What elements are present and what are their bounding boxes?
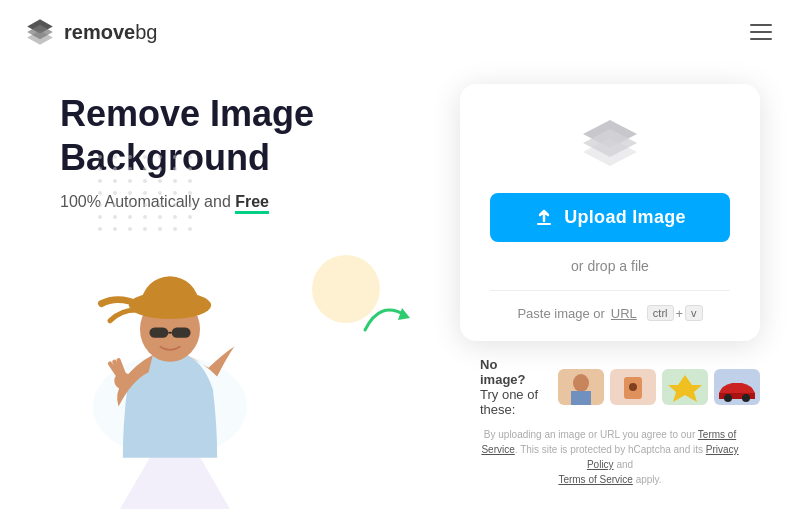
svg-point-51 xyxy=(188,227,192,231)
svg-point-13 xyxy=(143,167,147,171)
svg-point-12 xyxy=(128,167,132,171)
svg-point-38 xyxy=(98,215,102,219)
sample-thumbnails xyxy=(558,369,760,405)
kbd-plus: + xyxy=(676,306,684,321)
svg-point-25 xyxy=(113,191,117,195)
svg-point-19 xyxy=(128,179,132,183)
svg-point-48 xyxy=(143,227,147,231)
svg-point-37 xyxy=(188,203,192,207)
samples-label: No image? Try one of these: xyxy=(480,357,546,417)
upload-icon xyxy=(534,208,554,228)
svg-point-23 xyxy=(188,179,192,183)
svg-point-45 xyxy=(98,227,102,231)
keyboard-shortcut: ctrl + v xyxy=(647,305,703,321)
svg-point-46 xyxy=(113,227,117,231)
svg-point-6 xyxy=(143,155,147,159)
svg-point-75 xyxy=(742,394,750,402)
svg-point-20 xyxy=(143,179,147,183)
svg-point-10 xyxy=(98,167,102,171)
kbd-v: v xyxy=(685,305,703,321)
main-content: Remove Image Background 100% Automatical… xyxy=(0,64,800,487)
svg-point-9 xyxy=(188,155,192,159)
svg-point-31 xyxy=(98,203,102,207)
svg-point-27 xyxy=(143,191,147,195)
logo[interactable]: removebg xyxy=(24,16,157,48)
hamburger-menu[interactable] xyxy=(746,20,776,44)
svg-marker-52 xyxy=(398,308,410,320)
svg-point-7 xyxy=(158,155,162,159)
sample-thumb-2[interactable] xyxy=(610,369,656,405)
drop-file-label: or drop a file xyxy=(571,258,649,274)
svg-point-49 xyxy=(158,227,162,231)
svg-point-24 xyxy=(98,191,102,195)
svg-point-11 xyxy=(113,167,117,171)
left-panel: Remove Image Background 100% Automatical… xyxy=(60,92,420,478)
svg-point-50 xyxy=(173,227,177,231)
svg-point-15 xyxy=(173,167,177,171)
svg-point-47 xyxy=(128,227,132,231)
paste-row: Paste image or URL ctrl + v xyxy=(490,290,730,321)
svg-point-17 xyxy=(98,179,102,183)
svg-point-28 xyxy=(158,191,162,195)
hero-person-image xyxy=(50,235,290,475)
svg-point-3 xyxy=(98,155,102,159)
stack-layers-icon xyxy=(575,114,645,173)
footer-legal-text: By uploading an image or URL you agree t… xyxy=(460,427,760,487)
paste-prefix: Paste image or xyxy=(517,306,604,321)
svg-point-22 xyxy=(173,179,177,183)
svg-rect-66 xyxy=(571,391,591,405)
svg-point-30 xyxy=(188,191,192,195)
dots-decoration xyxy=(90,147,200,237)
svg-point-16 xyxy=(188,167,192,171)
samples-area: No image? Try one of these: xyxy=(460,357,760,417)
svg-point-42 xyxy=(158,215,162,219)
svg-point-35 xyxy=(158,203,162,207)
svg-point-36 xyxy=(173,203,177,207)
tos-link-2[interactable]: Terms of Service xyxy=(558,474,632,485)
svg-point-5 xyxy=(128,155,132,159)
sample-thumb-1[interactable] xyxy=(558,369,604,405)
url-label[interactable]: URL xyxy=(611,306,637,321)
svg-rect-57 xyxy=(172,327,191,337)
svg-rect-63 xyxy=(537,223,551,225)
svg-point-44 xyxy=(188,215,192,219)
svg-point-33 xyxy=(128,203,132,207)
kbd-ctrl: ctrl xyxy=(647,305,674,321)
sample-thumb-3[interactable] xyxy=(662,369,708,405)
svg-point-43 xyxy=(173,215,177,219)
svg-point-29 xyxy=(173,191,177,195)
arrow-icon xyxy=(360,290,420,344)
svg-point-41 xyxy=(143,215,147,219)
logo-icon xyxy=(24,16,56,48)
svg-point-14 xyxy=(158,167,162,171)
svg-point-8 xyxy=(173,155,177,159)
svg-point-74 xyxy=(724,394,732,402)
svg-point-21 xyxy=(158,179,162,183)
svg-point-26 xyxy=(128,191,132,195)
logo-text: removebg xyxy=(64,21,157,44)
upload-image-button[interactable]: Upload Image xyxy=(490,193,730,242)
svg-point-69 xyxy=(629,383,637,391)
svg-point-34 xyxy=(143,203,147,207)
header: removebg xyxy=(0,0,800,64)
svg-point-39 xyxy=(113,215,117,219)
svg-point-40 xyxy=(128,215,132,219)
svg-point-4 xyxy=(113,155,117,159)
right-panel: Upload Image or drop a file Paste image … xyxy=(460,84,760,487)
svg-rect-56 xyxy=(149,327,168,337)
svg-point-32 xyxy=(113,203,117,207)
svg-point-65 xyxy=(573,374,589,392)
sample-thumb-4[interactable] xyxy=(714,369,760,405)
svg-point-18 xyxy=(113,179,117,183)
upload-box: Upload Image or drop a file Paste image … xyxy=(460,84,760,341)
